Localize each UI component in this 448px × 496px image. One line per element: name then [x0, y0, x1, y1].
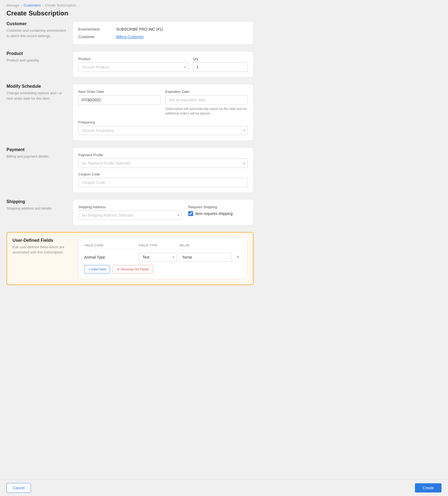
payment-profile-select[interactable]: No Payment Profile Selected — [78, 159, 248, 168]
schedule-description: Change scheduling options and / or next … — [7, 90, 66, 101]
customer-card: Environment SUBSCRIBE PRO INC (#1) Custo… — [73, 21, 254, 45]
udf-col-action — [234, 244, 242, 247]
shipping-card: Shipping Address No Shipping Address Sel… — [73, 199, 254, 226]
environment-label: Environment — [78, 27, 116, 31]
page-title: Create Subscription — [0, 8, 448, 21]
customer-label: Customer — [78, 35, 116, 39]
requires-shipping-label: Requires Shipping — [188, 205, 248, 209]
expiration-hint: Subscription will automatically expire o… — [165, 107, 248, 116]
udf-section: User-Defined Fields Edit user-defined fi… — [7, 232, 254, 285]
udf-remove-row-button[interactable]: ✕ — [234, 253, 242, 261]
schedule-card: Next Order Date Expiration Date Subscrip… — [73, 84, 254, 141]
create-button[interactable]: Create — [415, 483, 441, 492]
coupon-input[interactable] — [78, 178, 248, 187]
product-card: Product Choose Product ▾ Qty — [73, 51, 254, 77]
customer-value[interactable]: Billing Customer — [116, 35, 144, 39]
expiration-group: Expiration Date Subscription will automa… — [165, 90, 248, 116]
product-select[interactable]: Choose Product — [78, 63, 189, 72]
environment-row: Environment SUBSCRIBE PRO INC (#1) — [78, 27, 248, 31]
cancel-button[interactable]: Cancel — [7, 483, 31, 493]
schedule-heading: Modify Schedule — [7, 84, 66, 89]
customer-description: Customer and containing environment to w… — [7, 28, 66, 38]
shipping-address-group: Shipping Address No Shipping Address Sel… — [78, 205, 182, 220]
frequency-label: Frequency — [78, 120, 248, 124]
product-field-group: Product Choose Product ▾ — [78, 57, 189, 72]
expiration-input[interactable] — [165, 95, 248, 105]
expiration-label: Expiration Date — [165, 90, 248, 94]
frequency-select[interactable]: Choose Frequency — [78, 126, 248, 135]
qty-label: Qty — [193, 57, 248, 61]
breadcrumb: Manage › Customers › Create Subscription — [0, 0, 448, 8]
shipping-row: Shipping Address No Shipping Address Sel… — [78, 205, 248, 220]
shipping-address-field-group: Shipping Address No Shipping Address Sel… — [78, 205, 182, 220]
udf-col-field-type: FIELD TYPE — [139, 244, 177, 247]
udf-section-label: User-Defined Fields Edit user-defined fi… — [12, 238, 72, 255]
customer-section: Customer Customer and containing environ… — [7, 21, 254, 45]
coupon-row: Coupon Code — [78, 172, 248, 187]
payment-card: Payment Profile No Payment Profile Selec… — [73, 147, 254, 193]
udf-field-type-wrapper: Text ▾ — [139, 253, 177, 262]
requires-shipping-checkbox[interactable] — [188, 211, 193, 216]
shipping-address-select-wrapper: No Shipping Address Selected ▾ — [78, 211, 182, 220]
udf-inner: User-Defined Fields Edit user-defined fi… — [7, 233, 253, 285]
frequency-select-wrapper: Choose Frequency ▾ — [78, 126, 248, 135]
requires-shipping-checkbox-row: Item requires shipping — [188, 211, 248, 216]
payment-profile-select-wrapper: No Payment Profile Selected ▾ — [78, 159, 248, 168]
frequency-group: Frequency Choose Frequency ▾ — [78, 120, 248, 135]
customer-row: Customer Billing Customer — [78, 35, 248, 39]
udf-description: Edit user-defined fields which are assoc… — [12, 244, 72, 255]
shipping-address-label: Shipping Address — [78, 205, 182, 209]
payment-heading: Payment — [7, 147, 66, 152]
product-label: Product — [78, 57, 189, 61]
schedule-section-label: Modify Schedule Change scheduling option… — [7, 84, 66, 101]
next-order-group: Next Order Date — [78, 90, 161, 116]
product-description: Product and quantity. — [7, 58, 66, 63]
customer-heading: Customer — [7, 21, 66, 26]
next-order-input[interactable] — [78, 95, 161, 105]
udf-card: FIELD CODE FIELD TYPE VALUE Animal Type … — [79, 238, 248, 279]
coupon-label: Coupon Code — [78, 172, 248, 176]
product-field-row: Product Choose Product ▾ Qty — [78, 57, 248, 72]
qty-input[interactable] — [193, 63, 248, 72]
customer-section-label: Customer Customer and containing environ… — [7, 21, 66, 38]
frequency-row: Frequency Choose Frequency ▾ — [78, 120, 248, 135]
qty-field-group: Qty — [193, 57, 248, 72]
udf-field-code: Animal Type — [84, 255, 137, 259]
breadcrumb-current: Create Subscription — [45, 3, 76, 7]
bottom-bar: Cancel Create — [0, 479, 448, 496]
coupon-group: Coupon Code — [78, 172, 248, 187]
product-section: Product Product and quantity. Product Ch… — [7, 51, 254, 77]
breadcrumb-customers[interactable]: Customers — [24, 3, 41, 7]
payment-section: Payment Billing and payment details. Pay… — [7, 147, 254, 193]
shipping-section-label: Shipping Shipping address and details. — [7, 199, 66, 211]
udf-table-header: FIELD CODE FIELD TYPE VALUE — [84, 244, 242, 249]
payment-section-label: Payment Billing and payment details. — [7, 147, 66, 159]
payment-profile-label: Payment Profile — [78, 153, 248, 157]
shipping-description: Shipping address and details. — [7, 206, 66, 211]
breadcrumb-sep1: › — [21, 3, 22, 7]
schedule-date-row: Next Order Date Expiration Date Subscrip… — [78, 90, 248, 116]
shipping-heading: Shipping — [7, 199, 66, 204]
product-heading: Product — [7, 51, 66, 56]
shipping-section: Shipping Shipping address and details. S… — [7, 199, 254, 226]
udf-value-input[interactable] — [179, 253, 232, 262]
shipping-address-select[interactable]: No Shipping Address Selected — [78, 211, 182, 220]
schedule-section: Modify Schedule Change scheduling option… — [7, 84, 254, 141]
breadcrumb-sep2: › — [42, 3, 43, 7]
udf-col-value: VALUE — [179, 244, 232, 247]
breadcrumb-manage: Manage — [7, 3, 19, 7]
product-section-label: Product Product and quantity. — [7, 51, 66, 63]
environment-value: SUBSCRIBE PRO INC (#1) — [116, 27, 163, 31]
udf-table-row: Animal Type Text ▾ ✕ — [84, 253, 242, 262]
add-field-button[interactable]: + Add Field — [84, 265, 110, 273]
requires-shipping-group: Requires Shipping Item requires shipping — [188, 205, 248, 216]
payment-description: Billing and payment details. — [7, 154, 66, 159]
udf-field-type-select[interactable]: Text — [139, 253, 177, 262]
product-select-wrapper: Choose Product ▾ — [78, 63, 189, 72]
remove-all-fields-button[interactable]: ✕ Remove All Fields — [113, 265, 153, 273]
payment-profile-row: Payment Profile No Payment Profile Selec… — [78, 153, 248, 168]
next-order-label: Next Order Date — [78, 90, 161, 94]
requires-shipping-text: Item requires shipping — [195, 211, 233, 216]
udf-actions: + Add Field ✕ Remove All Fields — [84, 265, 242, 273]
payment-profile-group: Payment Profile No Payment Profile Selec… — [78, 153, 248, 168]
